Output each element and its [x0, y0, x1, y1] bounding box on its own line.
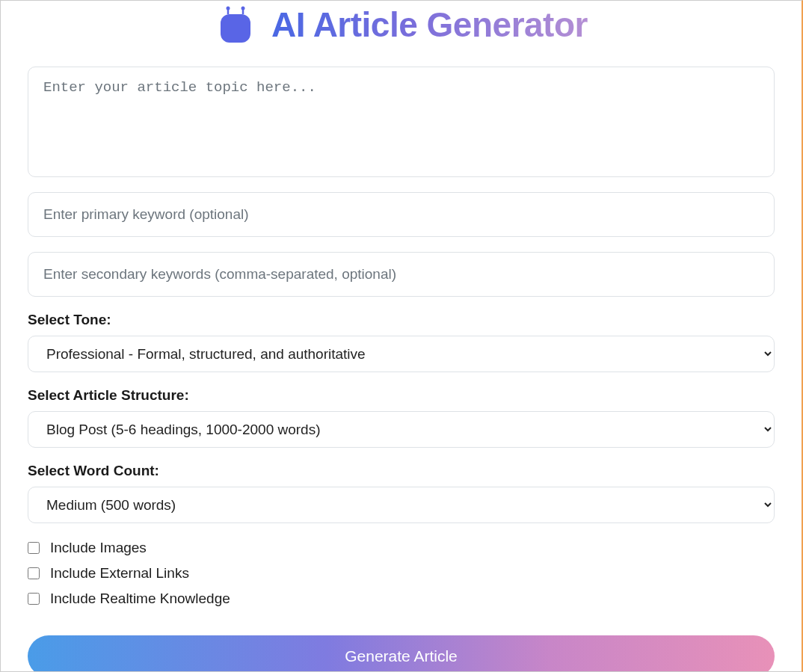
word-count-select[interactable]: Medium (500 words): [28, 487, 775, 523]
tone-select[interactable]: Professional - Formal, structured, and a…: [28, 336, 775, 372]
generate-article-button[interactable]: Generate Article: [28, 635, 775, 672]
include-external-links-row[interactable]: Include External Links: [28, 565, 775, 582]
include-external-links-checkbox[interactable]: [28, 567, 40, 579]
topic-input[interactable]: [28, 67, 775, 177]
article-form: Select Tone: Professional - Formal, stru…: [28, 67, 775, 672]
tone-label: Select Tone:: [28, 312, 775, 328]
structure-select[interactable]: Blog Post (5-6 headings, 1000-2000 words…: [28, 411, 775, 448]
options-group: Include Images Include External Links In…: [28, 540, 775, 607]
svg-rect-4: [221, 14, 250, 43]
page-title: AI Article Generator: [271, 4, 588, 45]
primary-keyword-input[interactable]: [28, 192, 775, 237]
structure-field: Select Article Structure: Blog Post (5-6…: [28, 387, 775, 448]
include-images-label: Include Images: [50, 540, 147, 556]
robot-icon: [215, 4, 256, 46]
include-external-links-label: Include External Links: [50, 565, 189, 582]
structure-label: Select Article Structure:: [28, 387, 775, 404]
include-images-checkbox[interactable]: [28, 542, 40, 554]
secondary-keywords-input[interactable]: [28, 252, 775, 297]
include-realtime-checkbox[interactable]: [28, 593, 40, 605]
include-realtime-label: Include Realtime Knowledge: [50, 591, 230, 607]
include-realtime-row[interactable]: Include Realtime Knowledge: [28, 591, 775, 607]
word-count-label: Select Word Count:: [28, 463, 775, 479]
include-images-row[interactable]: Include Images: [28, 540, 775, 556]
word-count-field: Select Word Count: Medium (500 words): [28, 463, 775, 523]
page-header: AI Article Generator: [28, 1, 775, 46]
tone-field: Select Tone: Professional - Formal, stru…: [28, 312, 775, 372]
